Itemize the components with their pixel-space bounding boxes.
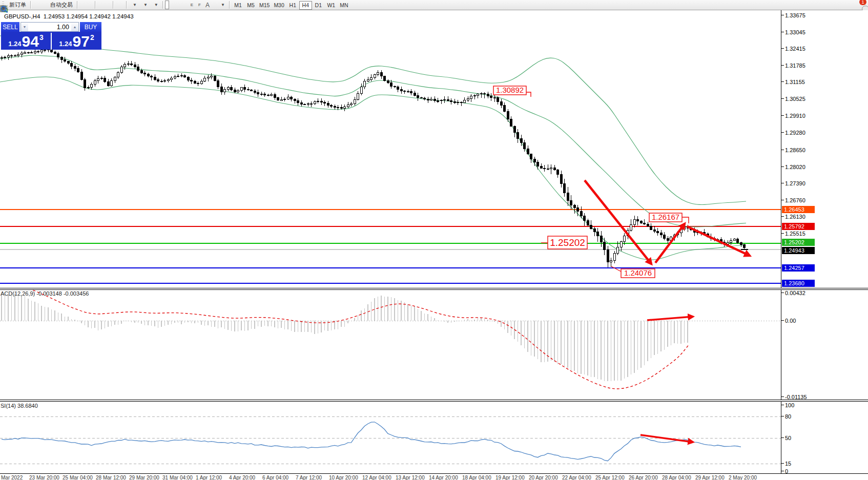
- buy-price-display[interactable]: 1.24 97 2: [52, 33, 101, 50]
- chevron-down-icon: ▼: [143, 3, 148, 7]
- price-level-badge: 1.23680: [782, 280, 815, 287]
- tile-windows-button[interactable]: [107, 1, 111, 9]
- price-axis[interactable]: 1.336751.330451.324151.317851.311551.305…: [781, 10, 868, 474]
- timeframe-button-M30[interactable]: M30: [272, 1, 286, 10]
- time-axis-label: Mar 2022: [1, 475, 23, 480]
- search-button[interactable]: [855, 1, 859, 9]
- price-level-badge: 1.25202: [782, 239, 815, 246]
- cursor-button[interactable]: [165, 1, 169, 9]
- rsi-pane-separator[interactable]: [0, 400, 868, 402]
- time-axis-label: 28 Mar 12:00: [96, 475, 126, 480]
- price-callout[interactable]: 1.25202: [541, 236, 587, 249]
- shift-chart-end-button[interactable]: [115, 1, 119, 9]
- zoom-out-button[interactable]: [102, 1, 106, 9]
- sell-price-display[interactable]: 1.24 94 3: [1, 33, 51, 50]
- price-level-badge: 1.26453: [782, 206, 815, 213]
- charts-popup-button[interactable]: [33, 1, 37, 9]
- macd-pane-separator[interactable]: [0, 288, 868, 290]
- volume-decrease-button[interactable]: ▼: [21, 23, 28, 31]
- market-profile-button[interactable]: [37, 1, 42, 9]
- macd-indicator-label: ACD(12,26,9) -0.003148 -0.003456: [1, 290, 89, 297]
- volume-input[interactable]: [28, 23, 71, 31]
- time-axis-label: 29 Apr 12:00: [695, 475, 725, 480]
- crosshair-button[interactable]: [170, 1, 174, 9]
- timeframe-button-H4[interactable]: H4: [299, 1, 312, 10]
- rsi-trend-arrow[interactable]: [640, 435, 693, 442]
- axis-tick-label: 1.32415: [785, 46, 805, 52]
- rsi-pane-canvas[interactable]: [0, 402, 781, 473]
- time-axis-label: 26 Apr 20:00: [629, 475, 658, 480]
- buy-price-big: 97: [73, 34, 90, 49]
- new-chart-button[interactable]: ▼: [129, 1, 139, 9]
- buy-price-small: 1.24: [59, 40, 72, 48]
- sell-price-big: 94: [22, 34, 39, 49]
- buy-price-sup: 2: [90, 33, 94, 41]
- equidistant-channel-button[interactable]: E: [188, 1, 195, 9]
- templates-button[interactable]: ▼: [150, 1, 160, 9]
- sell-button[interactable]: SELL: [1, 22, 19, 32]
- macd-pane-canvas[interactable]: [0, 290, 781, 400]
- auto-scroll-button[interactable]: [120, 1, 124, 9]
- notification-badge: 1: [859, 0, 866, 5]
- volume-increase-button[interactable]: ▲: [71, 23, 78, 31]
- candlestick-chart-button[interactable]: [84, 1, 88, 9]
- text-button[interactable]: A: [203, 1, 212, 9]
- vertical-line-button[interactable]: [174, 1, 178, 9]
- timeframe-button-M15[interactable]: M15: [257, 1, 272, 10]
- price-callout[interactable]: 1.26167: [649, 213, 689, 223]
- axis-tick-label: 1.31155: [785, 79, 805, 85]
- bar-chart-button[interactable]: [79, 1, 84, 9]
- time-axis-label: 18 Apr 04:00: [462, 475, 491, 480]
- time-axis-label: 20 Apr 20:00: [529, 475, 558, 480]
- sell-price-sup: 3: [39, 33, 44, 41]
- toolbar-right-group: 1: [855, 1, 868, 9]
- time-axis-label: 7 Apr 12:00: [296, 475, 322, 480]
- price-callout[interactable]: 1.30892: [493, 86, 531, 97]
- svg-text:1.24076: 1.24076: [624, 268, 652, 277]
- horizontal-line-button[interactable]: [179, 1, 183, 9]
- timeframe-button-W1[interactable]: W1: [325, 1, 338, 10]
- axis-tick-label: 1.33045: [785, 29, 805, 35]
- buy-button[interactable]: BUY: [80, 22, 101, 32]
- new-order-label: 新订单: [9, 1, 26, 9]
- period-selector-button[interactable]: ▼: [139, 1, 150, 9]
- text-label-button[interactable]: T: [212, 1, 216, 9]
- axis-tick-label: 0.00432: [785, 290, 805, 296]
- signals-button[interactable]: [42, 1, 46, 9]
- toolbar: 新订单 自动交易 ▼ ▼ ▼ E F A T ▼: [0, 0, 868, 10]
- auto-trading-button[interactable]: 自动交易: [47, 1, 75, 9]
- timeframe-button-D1[interactable]: D1: [312, 1, 325, 10]
- timeframe-button-M1[interactable]: M1: [232, 1, 244, 10]
- axis-tick-label: 1.25515: [785, 231, 805, 237]
- one-click-trading-panel: SELL ▼ ▲ BUY 1.24 94 3 1.24 97 2: [1, 22, 101, 50]
- price-level-badge: 1.25792: [782, 223, 815, 230]
- time-axis-label: 23 Mar 20:00: [29, 475, 59, 480]
- price-level-badge: 1.24257: [782, 264, 815, 272]
- macd-trend-arrow[interactable]: [647, 317, 693, 320]
- trade-panel-top-row: SELL ▼ ▲ BUY: [1, 22, 101, 32]
- arrows-tool-button[interactable]: ▼: [217, 1, 227, 9]
- mt4-window: 新订单 自动交易 ▼ ▼ ▼ E F A T ▼: [0, 0, 868, 480]
- time-axis-label: 10 Apr 20:00: [329, 475, 358, 480]
- time-axis-border: [0, 473, 868, 474]
- timeframe-button-M5[interactable]: M5: [244, 1, 257, 10]
- axis-tick-label: 100: [785, 402, 794, 408]
- axis-tick-label: 0.00: [785, 318, 796, 324]
- line-chart-button[interactable]: [89, 1, 93, 9]
- symbol-period-label: GBPUSD-,H4: [4, 13, 40, 19]
- timeframe-button-MN[interactable]: MN: [338, 1, 350, 10]
- time-axis-label: 31 Mar 04:00: [162, 475, 193, 480]
- axis-tick-label: 1.31785: [785, 62, 805, 69]
- chevron-down-icon: ▼: [154, 3, 158, 7]
- timeframe-group: M1M5M15M30H1H4D1W1MN: [232, 0, 350, 10]
- zoom-in-button[interactable]: [97, 1, 101, 9]
- price-chart-canvas[interactable]: 1.308921.261671.252021.24076: [0, 10, 781, 288]
- trendline-button[interactable]: [183, 1, 188, 9]
- fibonacci-button[interactable]: F: [196, 1, 203, 9]
- timeframe-button-H1[interactable]: H1: [286, 1, 299, 10]
- time-axis-label: 29 Mar 20:00: [129, 475, 159, 480]
- notifications-button[interactable]: 1: [861, 1, 865, 9]
- ohlc-quotes: 1.24953 1.24954 1.24942 1.24943: [44, 13, 134, 19]
- time-axis-label: 25 Apr 12:00: [595, 475, 625, 480]
- new-order-button[interactable]: 新订单: [6, 1, 28, 9]
